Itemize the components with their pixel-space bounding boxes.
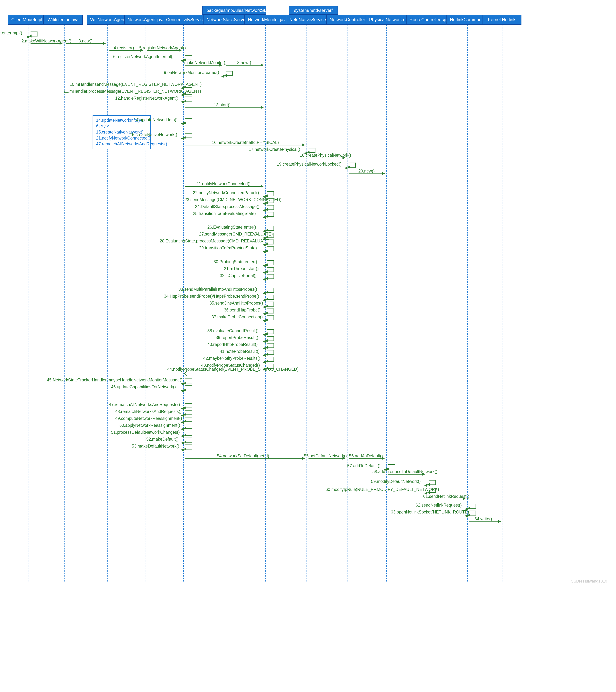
- message-label: 21.notifyNetworkConnected(): [196, 181, 250, 186]
- message-label: 24.DefaultState.processMessage(): [195, 204, 259, 209]
- message-label: 17.networkCreatePhysical(): [249, 147, 300, 152]
- message-label: 56.addAsDefault(): [349, 453, 383, 458]
- message-arrow: [469, 521, 501, 522]
- self-message: [185, 424, 192, 429]
- self-message: [267, 212, 274, 217]
- message-label: 19.createPhysicalNetworkLocked(): [277, 161, 341, 167]
- message-label: 18.createPhysicalNetwork(): [300, 153, 351, 158]
- self-message: [185, 431, 192, 436]
- self-message: [185, 118, 192, 123]
- message-arrow: [185, 107, 263, 108]
- lifeline: [307, 25, 307, 581]
- self-message: [267, 302, 274, 307]
- self-message: [185, 379, 192, 384]
- message-label: 13.start(): [214, 103, 230, 107]
- message-label: 11.mHandler.processMessage(EVENT_REGISTE…: [63, 89, 201, 94]
- message-label: 25.transitionTo(mEvaluatingState): [193, 211, 256, 216]
- self-message: [185, 133, 192, 138]
- self-message: [267, 329, 274, 334]
- self-message: [267, 316, 274, 320]
- message-label: 1.L2ConnectedState.enterImpl(): [0, 30, 22, 36]
- message-label: 51.processDefaultNetworkChanges(): [111, 430, 180, 435]
- message-label: 57.addToDefault(): [347, 463, 380, 468]
- message-label: 3.new(): [79, 39, 92, 43]
- message-label: 12.handleRegisterNetworkAgent(): [115, 95, 178, 101]
- message-label: 32.isCaptivePortal(): [220, 273, 257, 278]
- message-label: 59.modifyDefaultNetwork(): [371, 479, 421, 484]
- message-label: 64.write(): [475, 516, 492, 521]
- message-label: 27.sendMessage(CMD_REEVALUATE): [199, 232, 273, 237]
- self-message: [185, 445, 192, 449]
- message-label: 26.EvaluatingState.enter(): [207, 225, 256, 230]
- message-arrow: [30, 43, 62, 44]
- message-label: 41.noteProbeResult(): [220, 349, 260, 354]
- message-label: 33.sendMultiParallelHttpAndHttpsProbes(): [178, 287, 257, 292]
- self-message: [226, 71, 233, 76]
- self-message: [388, 464, 395, 469]
- self-message: [185, 403, 192, 408]
- message-arrow: [185, 65, 222, 66]
- self-message: [267, 274, 274, 279]
- message-label: 42.maybeNotifyProbeResults(): [203, 356, 260, 361]
- message-arrow: [185, 372, 263, 372]
- message-label: 16.networkCreate(netId,PHYSICAL): [212, 140, 279, 145]
- message-label: 7.makeNetworkMonitor(): [181, 60, 226, 65]
- message-label: 29.transitionTo(mProbingState): [199, 245, 257, 250]
- message-label: 55.setDefaultNetwork(): [304, 453, 347, 458]
- message-label: 62.sendNetlinkRequest(): [416, 503, 462, 508]
- lifeline: [386, 25, 387, 581]
- message-arrow: [185, 458, 305, 459]
- message-arrow: [185, 186, 263, 187]
- message-label: 10.mHandler.sendMessage(EVENT_REGISTER_N…: [70, 82, 202, 87]
- message-arrow: [309, 458, 345, 459]
- participant-p3: NetworkAgent.java: [124, 15, 168, 25]
- message-arrow: [109, 50, 143, 51]
- self-message: [267, 267, 274, 272]
- participant-p6: NetworkMonitor.java: [244, 15, 292, 25]
- message-label: 36.sendHttpProbe(): [224, 307, 261, 312]
- message-label: 5.registerNetworkAgent(): [139, 45, 186, 50]
- message-label: 38.evaluateCapportResult(): [207, 328, 259, 333]
- self-message: [185, 385, 192, 390]
- message-label: 30.ProbingState.enter(): [214, 259, 257, 264]
- self-message: [30, 31, 38, 37]
- self-message: [309, 148, 315, 153]
- message-arrow: [349, 173, 384, 174]
- self-message: [267, 308, 274, 313]
- lifeline: [183, 25, 184, 581]
- group-label: packages/modules/NetworkStack/: [202, 6, 266, 15]
- message-label: 60.modifyIpRule(RULE_PF,MODIFY_DEFAULT_N…: [326, 487, 439, 492]
- message-label: 14.updateNetworkInfo(): [134, 117, 178, 122]
- message-label: 37.makeProbeConnection(): [212, 315, 263, 319]
- message-label: 15.createNativeNetwork(): [130, 132, 177, 137]
- participant-p10: RouteController.cpp: [406, 15, 452, 25]
- self-message: [267, 260, 274, 265]
- lifeline: [108, 25, 108, 581]
- message-label: 22.notifyNetworkConnectedParcel(): [193, 190, 259, 195]
- lifeline: [64, 25, 65, 581]
- message-label: 4.register(): [114, 45, 134, 50]
- message-label: 49.computeNetworkReassignment(): [115, 416, 182, 421]
- self-message: [267, 191, 274, 196]
- message-label: 31.mThread.start(): [224, 266, 259, 271]
- message-label: 23.sendMessage(CMD_NETWORK_CONNECTED): [185, 197, 282, 202]
- self-message: [267, 246, 274, 251]
- message-label: 28.EvaluatingState.processMessage(CMD_RE…: [160, 239, 269, 243]
- self-message: [185, 410, 192, 415]
- self-message: [267, 226, 274, 231]
- message-arrow: [147, 50, 181, 51]
- message-label: 61.sendNetlinkRequest(): [423, 494, 469, 499]
- message-label: 46.updateCapabilitiesForNetwork(): [111, 384, 176, 389]
- self-message: [469, 511, 476, 516]
- lifeline: [265, 25, 266, 581]
- self-message: [185, 96, 192, 102]
- self-message: [185, 438, 192, 442]
- self-message: [267, 350, 274, 355]
- message-label: 52.makeDefault(): [146, 437, 178, 441]
- message-label: 39.reportProbeResult(): [216, 335, 258, 340]
- message-label: 45.NetworkStateTrackerHandler.maybeHandl…: [47, 377, 182, 382]
- self-message: [267, 205, 274, 210]
- message-label: 35.sendDnsAndHttpProbes(): [210, 301, 263, 305]
- message-arrow: [349, 458, 384, 459]
- message-label: 2.makeWifiNetworkAgent(): [22, 39, 71, 43]
